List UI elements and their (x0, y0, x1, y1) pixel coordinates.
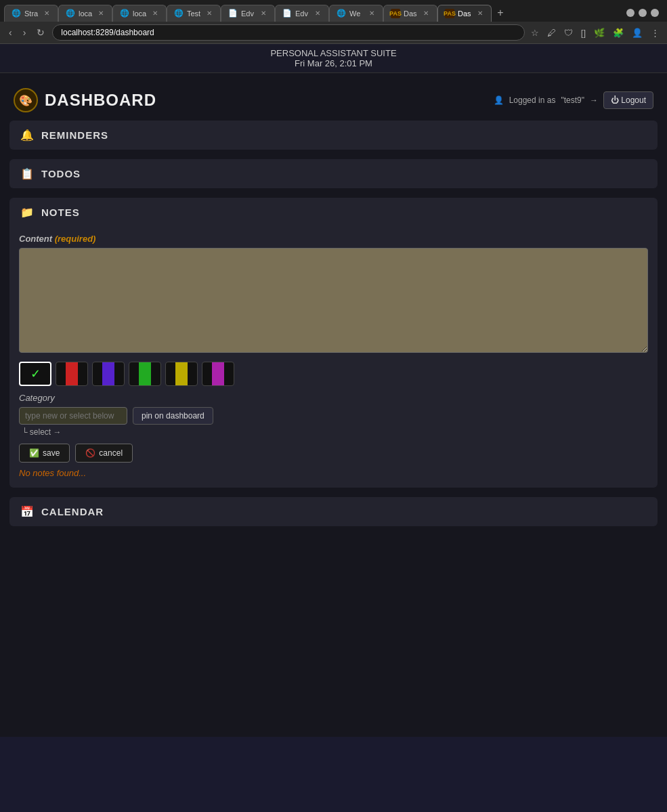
new-tab-button[interactable]: + (492, 4, 509, 22)
tab-3-favicon: 🌐 (120, 9, 129, 18)
tab-4-favicon: 🌐 (174, 9, 184, 18)
swatch-purple[interactable] (92, 362, 125, 386)
cancel-icon: 🚫 (85, 448, 95, 458)
window-controls (626, 9, 663, 17)
save-label: save (43, 448, 60, 458)
tab-8-close[interactable]: ✕ (422, 9, 430, 18)
username-label: "test9" (561, 95, 584, 105)
logged-in-label: Logged in as (509, 95, 556, 105)
tab-bar: 🌐 Stra ✕ 🌐 loca ✕ 🌐 loca ✕ 🌐 Test ✕ 📄 (0, 0, 667, 22)
tab-4[interactable]: 🌐 Test ✕ (167, 5, 221, 22)
date-time: Fri Mar 26, 2:01 PM (4, 58, 663, 68)
tab-7-favicon: 🌐 (337, 9, 346, 18)
tab-3[interactable]: 🌐 loca ✕ (112, 5, 167, 22)
content-label-text: Content (19, 234, 52, 244)
arrow-icon: → (590, 95, 598, 105)
calendar-label: CALENDAR (41, 506, 104, 517)
logout-button[interactable]: ⏻ Logout (603, 91, 653, 109)
calendar-section: 📅 CALENDAR (9, 497, 658, 526)
swatch-yellow[interactable] (165, 362, 198, 386)
tab-6[interactable]: 📄 Edv ✕ (275, 5, 329, 22)
pin-on-dashboard-button[interactable]: pin on dashboard (133, 407, 213, 425)
todos-header[interactable]: 📋 TODOS (9, 159, 658, 188)
tab-9-label: Das (458, 9, 473, 18)
tab-5-favicon: 📄 (228, 9, 238, 18)
tab-9-active[interactable]: PAS Das ✕ (437, 5, 492, 22)
category-row: Category pin on dashboard └ select → (19, 393, 648, 437)
no-notes-message: No notes found... (19, 468, 648, 478)
extensions-icon[interactable]: 🧩 (611, 26, 626, 40)
tab-5-close[interactable]: ✕ (259, 9, 267, 18)
swatch-green[interactable] (129, 362, 161, 386)
swatch-magenta[interactable] (202, 362, 234, 386)
menu-icon[interactable]: ⋮ (649, 26, 662, 40)
profile-icon[interactable]: 👤 (630, 26, 645, 40)
tab-8-label: Das (404, 9, 418, 18)
tab-7-close[interactable]: ✕ (368, 9, 376, 18)
content-field-label: Content (required) (19, 234, 648, 244)
tab-1[interactable]: 🌐 Stra ✕ (4, 5, 58, 22)
tab-2-close[interactable]: ✕ (97, 9, 105, 18)
tab-2-favicon: 🌐 (66, 9, 75, 18)
tab-6-close[interactable]: ✕ (314, 9, 322, 18)
calendar-header[interactable]: 📅 CALENDAR (9, 497, 658, 526)
extension-4-icon[interactable]: 🌿 (592, 26, 607, 40)
swatch-green-check[interactable] (19, 362, 51, 386)
forward-button[interactable]: › (20, 25, 30, 40)
toolbar-icons: ☆ 🖊 🛡 [] 🌿 🧩 👤 ⋮ (529, 26, 662, 40)
tab-8[interactable]: PAS Das ✕ (383, 5, 437, 22)
close-window-button[interactable] (651, 9, 659, 17)
extension-3-icon[interactable]: [] (579, 26, 588, 40)
tab-3-close[interactable]: ✕ (151, 9, 159, 18)
page-title: 🎨 DASHBOARD (14, 88, 156, 112)
reminders-header[interactable]: 🔔 REMINDERS (9, 121, 658, 150)
dashboard-title: DASHBOARD (45, 91, 156, 110)
tab-9-favicon: PAS (445, 9, 454, 18)
tab-4-close[interactable]: ✕ (205, 9, 213, 18)
reload-button[interactable]: ↻ (33, 25, 48, 40)
tab-7[interactable]: 🌐 We ✕ (329, 5, 383, 22)
user-icon: 👤 (494, 95, 504, 105)
minimize-button[interactable] (626, 9, 634, 17)
address-input[interactable] (52, 24, 524, 41)
page-header: 🎨 DASHBOARD 👤 Logged in as "test9" → ⏻ L… (9, 80, 658, 121)
extension-1-icon[interactable]: 🖊 (545, 26, 558, 40)
suite-name: PERSONAL ASSISTANT SUITE (4, 48, 663, 58)
notes-header[interactable]: 📁 NOTES (9, 198, 658, 227)
save-check-icon: ✅ (29, 448, 39, 458)
address-bar-row: ‹ › ↻ ☆ 🖊 🛡 [] 🌿 🧩 👤 ⋮ (0, 22, 667, 43)
cancel-label: cancel (99, 448, 123, 458)
tab-2[interactable]: 🌐 loca ✕ (58, 5, 112, 22)
select-link[interactable]: └ select → (22, 427, 648, 437)
swatch-red[interactable] (56, 362, 88, 386)
action-row: ✅ save 🚫 cancel (19, 444, 648, 463)
todos-icon: 📋 (20, 167, 35, 180)
todos-label: TODOS (41, 168, 81, 179)
save-button[interactable]: ✅ save (19, 444, 70, 463)
tab-5-label: Edv (241, 9, 256, 18)
check-mark-icon (30, 366, 41, 381)
category-input[interactable] (19, 407, 127, 425)
page-content: 🎨 DASHBOARD 👤 Logged in as "test9" → ⏻ L… (0, 73, 667, 737)
tab-5[interactable]: 📄 Edv ✕ (221, 5, 275, 22)
reminders-icon: 🔔 (20, 129, 35, 142)
browser-chrome: 🌐 Stra ✕ 🌐 loca ✕ 🌐 loca ✕ 🌐 Test ✕ 📄 (0, 0, 667, 44)
content-textarea[interactable] (19, 248, 648, 353)
back-button[interactable]: ‹ (5, 25, 16, 40)
cancel-button[interactable]: 🚫 cancel (75, 444, 133, 463)
app-header-bar: PERSONAL ASSISTANT SUITE Fri Mar 26, 2:0… (0, 44, 667, 73)
category-label: Category (19, 393, 648, 403)
pas-logo: 🎨 (14, 88, 38, 112)
extension-2-icon[interactable]: 🛡 (562, 26, 575, 40)
tab-9-close[interactable]: ✕ (476, 9, 484, 18)
calendar-icon: 📅 (20, 505, 35, 518)
user-info: 👤 Logged in as "test9" → ⏻ Logout (494, 91, 653, 109)
tab-6-favicon: 📄 (282, 9, 292, 18)
tab-1-label: Stra (24, 9, 39, 18)
category-input-row: pin on dashboard (19, 407, 648, 425)
notes-body: Content (required) Category p (9, 227, 658, 488)
maximize-button[interactable] (639, 9, 647, 17)
tab-1-close[interactable]: ✕ (43, 9, 51, 18)
required-label: (required) (55, 234, 96, 244)
bookmark-icon[interactable]: ☆ (529, 26, 541, 40)
